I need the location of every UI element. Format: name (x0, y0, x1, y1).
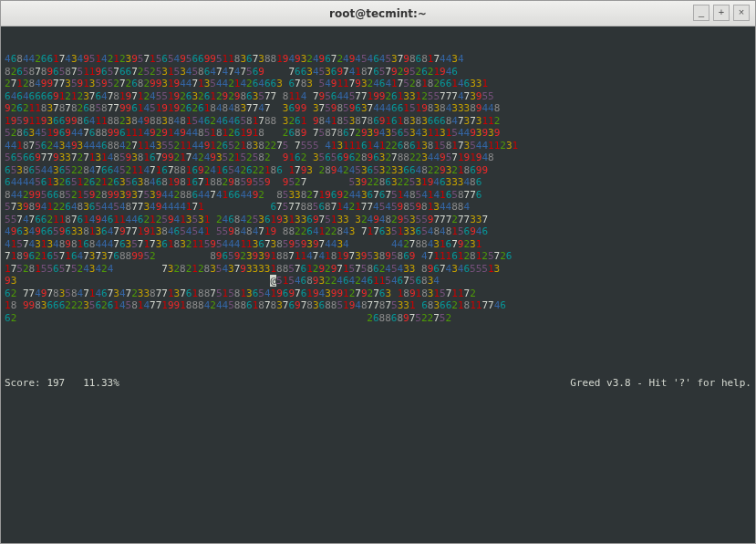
help-text: Greed v3.8 - Hit '?' for help. (570, 377, 751, 390)
window-title: root@tecmint:~ (329, 7, 427, 20)
terminal-viewport[interactable]: 4684426617434951421239571565495669951183… (1, 26, 755, 543)
score-text: Score: 197 11.33% (5, 377, 119, 390)
minimize-button[interactable]: _ (693, 5, 709, 21)
status-line: Score: 197 11.33% Greed v3.8 - Hit '?' f… (5, 377, 751, 390)
game-grid: 4684426617434951421239571565495669951183… (5, 53, 751, 349)
terminal-window: root@tecmint:~ _ + × 4684426617434951421… (0, 0, 756, 544)
window-controls: _ + × (693, 5, 750, 21)
maximize-button[interactable]: + (713, 5, 730, 21)
titlebar[interactable]: root@tecmint:~ _ + × (1, 1, 755, 26)
close-button[interactable]: × (733, 5, 750, 21)
